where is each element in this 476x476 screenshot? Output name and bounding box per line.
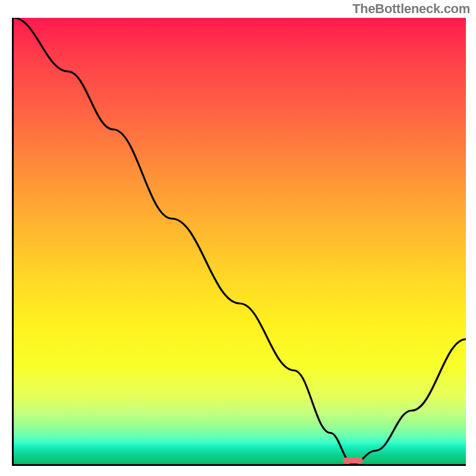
watermark-text: TheBottleneck.com xyxy=(352,1,470,17)
optimal-point-marker xyxy=(343,458,363,464)
chart-container: TheBottleneck.com xyxy=(0,0,476,476)
bottleneck-curve xyxy=(14,18,466,464)
plot-area xyxy=(12,18,466,466)
